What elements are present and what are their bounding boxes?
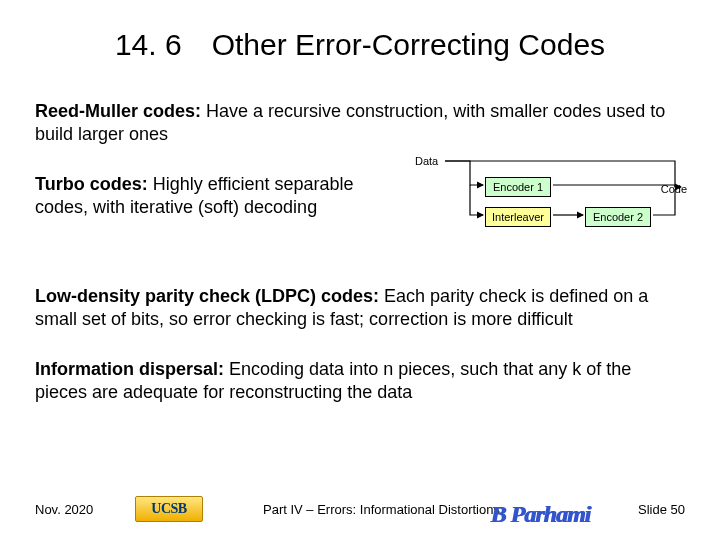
turbo-label: Turbo codes: — [35, 174, 148, 194]
footer-date: Nov. 2020 — [35, 502, 135, 517]
ldpc-block: Low-density parity check (LDPC) codes: E… — [35, 285, 685, 330]
ucsb-logo: UCSB — [135, 496, 203, 522]
slide-title: 14. 6 Other Error-Correcting Codes — [35, 28, 685, 62]
reed-muller-block: Reed-Muller codes: Have a recursive cons… — [35, 100, 685, 145]
dispersal-label: Information dispersal: — [35, 359, 224, 379]
slide-footer: Nov. 2020 UCSB Part IV – Errors: Informa… — [0, 496, 720, 522]
footer-slide-number: Slide 50 — [605, 502, 685, 517]
ldpc-label: Low-density parity check (LDPC) codes: — [35, 286, 379, 306]
dispersal-block: Information dispersal: Encoding data int… — [35, 358, 685, 403]
reed-muller-label: Reed-Muller codes: — [35, 101, 201, 121]
diagram-arrows — [375, 145, 685, 255]
ucsb-logo-text: UCSB — [135, 496, 203, 522]
turbo-diagram: Data Code Encoder 1 Interleaver Encoder … — [375, 145, 685, 255]
turbo-block: Turbo codes: Highly efficient separable … — [35, 173, 375, 218]
author-signature: B Parhami — [490, 501, 590, 528]
